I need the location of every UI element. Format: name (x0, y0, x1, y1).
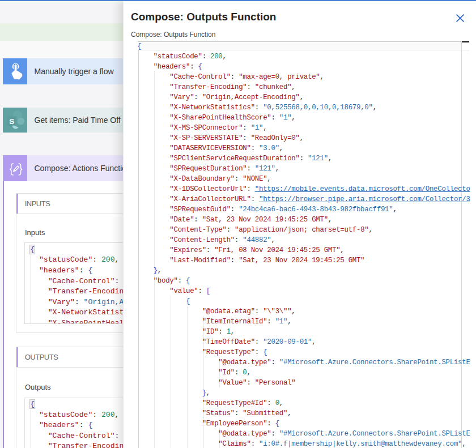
svg-text:S: S (9, 117, 14, 126)
